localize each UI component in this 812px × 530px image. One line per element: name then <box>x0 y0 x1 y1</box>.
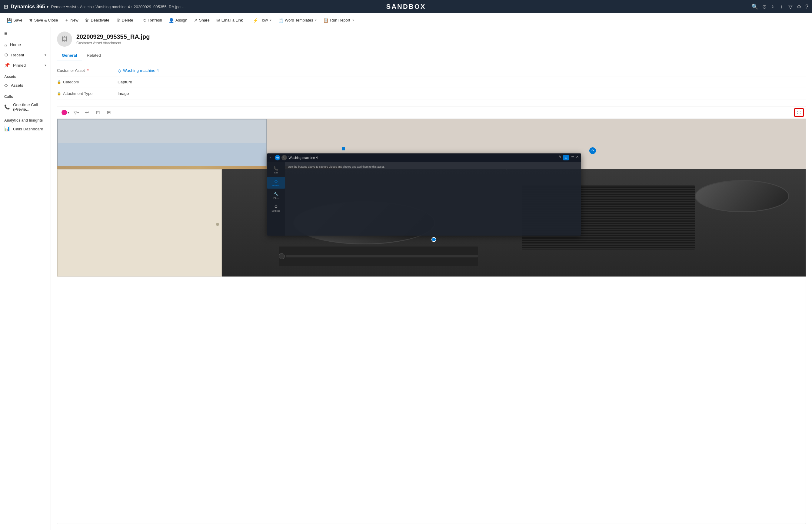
assign-icon: 👤 <box>169 18 174 23</box>
add-icon[interactable]: ＋ <box>779 3 784 10</box>
analytics-section-header: Analytics and Insights <box>0 114 50 124</box>
settings-icon[interactable]: ⚙ <box>797 4 801 10</box>
app-layout: ≡ ⌂ Home ⊙ Recent ▾ 📌 Pinned ▾ Assets ◇ … <box>0 27 812 530</box>
breadcrumb-current: 20200929_095355_RA.jpg <box>134 4 180 9</box>
svg-point-0 <box>591 149 594 153</box>
search-nav-icon[interactable]: 🔍 <box>751 3 758 10</box>
brand-area[interactable]: Dynamics 365 ▾ <box>11 4 48 10</box>
email-link-button[interactable]: ✉ Email a Link <box>213 16 246 24</box>
save-close-icon: ✖ <box>29 18 33 23</box>
annotation-square <box>342 148 345 150</box>
overlay-sidebar: 📞 Cal ◇ Assets 🔧 Files <box>267 162 285 235</box>
share-button[interactable]: ↗ Share <box>191 16 213 24</box>
breadcrumb-sep-2: › <box>93 4 94 9</box>
required-marker: * <box>87 68 89 73</box>
record-subtitle: Customer Asset Attachment <box>76 41 150 45</box>
delete-icon: 🗑 <box>116 18 120 23</box>
breadcrumb-remote-assist[interactable]: Remote Assist <box>51 4 76 9</box>
home-label: Home <box>10 42 21 47</box>
assets-label: Assets <box>11 83 23 88</box>
ov-call-icon: 📞 <box>274 166 278 171</box>
sidebar-toggle[interactable]: ≡ <box>0 27 50 40</box>
new-icon: ＋ <box>64 17 69 23</box>
run-report-button[interactable]: 📋 Run Report ▾ <box>320 16 357 24</box>
tab-related[interactable]: Related <box>82 50 106 61</box>
call-label: One-time Call (Previe... <box>13 102 46 112</box>
email-icon: ✉ <box>216 18 220 23</box>
filter-icon[interactable]: ▽ <box>788 3 793 10</box>
undo-button[interactable]: ↩ <box>82 108 92 117</box>
top-nav-icons: 🔍 ⊙ ♀ ＋ ▽ ⚙ ? <box>751 3 808 10</box>
record-title-area: 20200929_095355_RA.jpg Customer Asset At… <box>76 33 150 45</box>
sidebar-item-assets[interactable]: ◇ Assets <box>0 80 50 90</box>
expand-image-button[interactable]: ⛶ <box>794 108 804 117</box>
pinned-expand-icon: ▾ <box>45 64 46 67</box>
customer-asset-label: Customer Asset * <box>57 68 118 73</box>
attachment-lock-icon: 🔒 <box>57 92 61 96</box>
ov-settings-icon: ⚙ <box>274 204 278 209</box>
deactivate-button[interactable]: 🗑 Deactivate <box>82 16 112 24</box>
flow-button[interactable]: ⚡ Flow ▾ <box>250 16 275 24</box>
record-avatar: 🖼 <box>57 31 72 47</box>
save-button[interactable]: 💾 Save <box>4 16 26 24</box>
word-templates-caret: ▾ <box>315 18 317 22</box>
pinned-label: Pinned <box>13 63 26 68</box>
delete-button[interactable]: 🗑 Delete <box>113 16 136 24</box>
image-editor-toolbar: ▾ ▽ ▾ ↩ ⊡ ⊞ ⛶ <box>57 107 806 119</box>
category-label: 🔒 Category <box>57 80 118 84</box>
new-button[interactable]: ＋ New <box>61 16 81 25</box>
sidebar-item-home[interactable]: ⌂ Home <box>0 40 50 50</box>
brand-dropdown-icon[interactable]: ▾ <box>47 5 48 9</box>
crop-icon: ⊡ <box>96 110 100 115</box>
overlay-header-icons: ✎ □ ••• ✕ <box>559 155 579 161</box>
sidebar-item-pinned[interactable]: 📌 Pinned ▾ <box>0 60 50 70</box>
undo-icon: ↩ <box>85 110 89 115</box>
waffle-icon[interactable]: ⊞ <box>4 3 8 10</box>
crop-button[interactable]: ⊡ <box>93 108 103 117</box>
run-report-caret: ▾ <box>352 18 354 22</box>
flow-icon: ⚡ <box>253 18 258 23</box>
sidebar-item-one-time-call[interactable]: 📞 One-time Call (Previe... <box>0 100 50 114</box>
user-icon[interactable]: ♀ <box>771 4 774 10</box>
overlay-close-icon: ✕ <box>576 155 579 161</box>
overlay-call-item: 📞 Cal <box>267 164 285 176</box>
save-close-button[interactable]: ✖ Save & Close <box>26 16 61 24</box>
call-icon: 📞 <box>4 104 10 110</box>
save-icon: 💾 <box>7 18 12 23</box>
help-icon[interactable]: ? <box>805 4 808 10</box>
overlay-menu-icon: ••• <box>570 155 574 161</box>
deactivate-icon: 🗑 <box>85 18 89 23</box>
share-icon: ↗ <box>194 18 198 23</box>
sidebar-item-recent[interactable]: ⊙ Recent ▾ <box>0 50 50 60</box>
overlay-call-icon: 📞 <box>281 155 287 161</box>
overlay-user-avatar: AM <box>275 155 280 161</box>
breadcrumb-assets[interactable]: Assets <box>80 4 92 9</box>
color-picker-button[interactable]: ▾ <box>60 108 70 117</box>
customer-asset-value[interactable]: ◇ Washing machine 4 <box>118 68 159 73</box>
assign-button[interactable]: 👤 Assign <box>166 16 190 24</box>
breadcrumb-washing-machine[interactable]: Washing machine 4 <box>96 4 130 9</box>
assets-icon: ◇ <box>4 83 8 88</box>
attachment-type-label: 🔒 Attachment Type <box>57 91 118 96</box>
breadcrumb-more[interactable]: … <box>182 4 186 9</box>
sidebar-item-calls-dashboard[interactable]: 📊 Calls Dashboard <box>0 124 50 134</box>
home-icon: ⌂ <box>4 42 7 47</box>
word-templates-button[interactable]: 📄 Word Templates ▾ <box>275 16 320 24</box>
transform-button[interactable]: ⊞ <box>104 108 114 117</box>
pointer-icon: ▽ <box>74 110 77 115</box>
pointer-tool-button[interactable]: ▽ ▾ <box>71 108 81 117</box>
breadcrumb-sep-1: › <box>77 4 79 9</box>
ov-files-icon: 🔧 <box>274 192 278 196</box>
annotation-dot[interactable] <box>589 148 596 154</box>
recent-expand-icon: ▾ <box>45 53 46 57</box>
refresh-button[interactable]: ↻ Refresh <box>140 16 165 24</box>
pin-icon: 📌 <box>4 62 10 68</box>
word-icon: 📄 <box>278 18 283 23</box>
overlay-main-content: Use the buttons above to capture videos … <box>285 162 581 235</box>
overlay-blue-btn: □ <box>563 155 569 161</box>
command-bar: 💾 Save ✖ Save & Close ＋ New 🗑 Deactivate… <box>0 13 812 27</box>
tab-general[interactable]: General <box>57 50 82 61</box>
overlay-edit-icon: ✎ <box>559 155 562 161</box>
target-icon[interactable]: ⊙ <box>762 4 767 10</box>
recent-icon: ⊙ <box>4 52 8 58</box>
